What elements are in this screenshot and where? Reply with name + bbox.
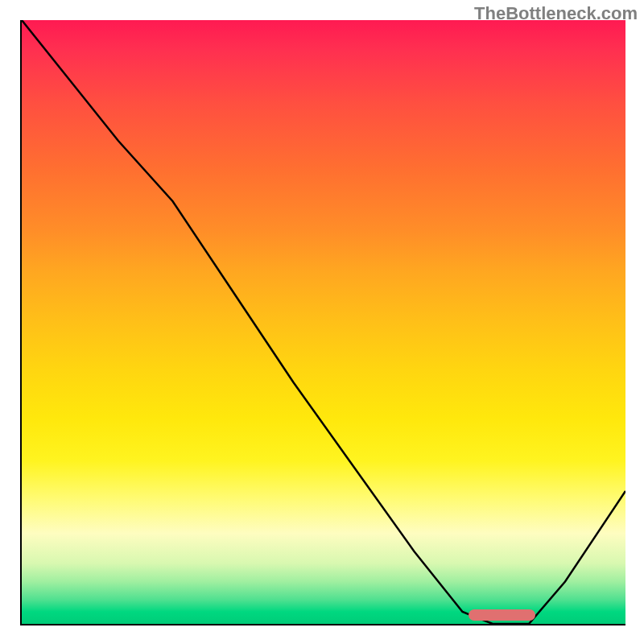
plot-area <box>20 20 625 625</box>
watermark-text: TheBottleneck.com <box>474 3 638 24</box>
chart-container: TheBottleneck.com <box>0 0 644 644</box>
optimum-marker <box>469 609 535 621</box>
bottleneck-curve <box>22 20 625 624</box>
